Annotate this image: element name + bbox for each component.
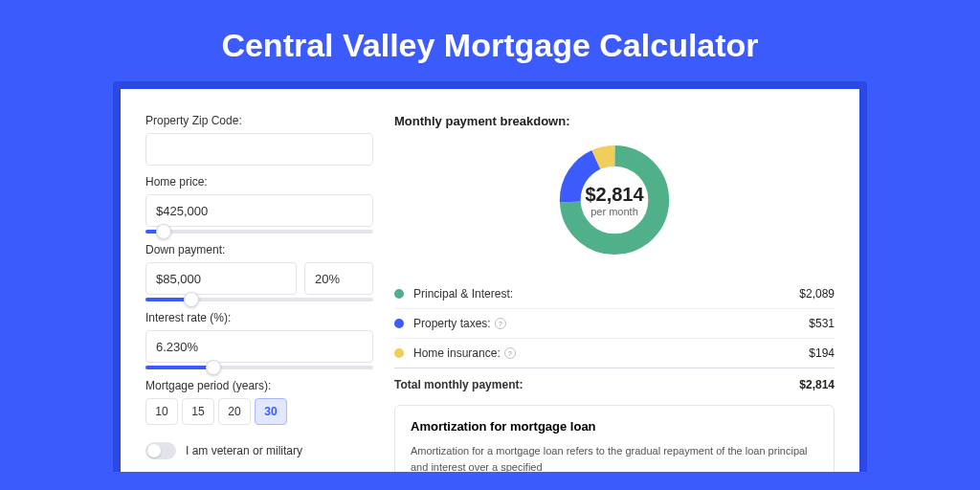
down-payment-amount-input[interactable] [145, 262, 297, 295]
help-icon[interactable]: ? [495, 318, 506, 329]
home-price-label: Home price: [145, 175, 373, 189]
legend-label: Home insurance: ? [413, 346, 809, 360]
calculator-card: Property Zip Code: Home price: Down paym… [121, 89, 859, 472]
slider-thumb[interactable] [206, 360, 221, 375]
donut-subtitle: per month [590, 206, 638, 217]
interest-label: Interest rate (%): [145, 311, 373, 324]
interest-slider[interactable] [145, 366, 373, 369]
page-title: Central Valley Mortgage Calculator [221, 27, 758, 64]
veteran-toggle[interactable] [145, 442, 176, 459]
form-column: Property Zip Code: Home price: Down paym… [145, 114, 373, 472]
legend-row: Property taxes: ?$531 [394, 309, 835, 339]
legend-row: Principal & Interest:$2,089 [394, 279, 835, 309]
legend-dot [394, 319, 404, 328]
veteran-label: I am veteran or military [186, 444, 302, 457]
period-button-20[interactable]: 20 [218, 398, 251, 425]
home-price-slider[interactable] [145, 230, 373, 234]
zip-input[interactable] [145, 133, 373, 166]
period-button-30[interactable]: 30 [255, 398, 287, 425]
amortization-text: Amortization for a mortgage loan refers … [411, 443, 818, 472]
breakdown-column: Monthly payment breakdown: $2,814 per mo… [394, 114, 835, 472]
period-button-10[interactable]: 10 [145, 398, 178, 425]
legend-value: $531 [809, 317, 835, 330]
interest-input[interactable] [145, 330, 373, 363]
total-value: $2,814 [799, 378, 835, 391]
legend-value: $2,089 [799, 287, 835, 301]
total-label: Total monthly payment: [394, 378, 799, 391]
help-icon[interactable]: ? [504, 347, 516, 359]
legend-label: Principal & Interest: [413, 287, 799, 301]
zip-label: Property Zip Code: [145, 114, 373, 127]
amortization-title: Amortization for mortgage loan [411, 419, 818, 434]
legend-label: Property taxes: ? [413, 317, 809, 330]
legend-row: Home insurance: ?$194 [394, 339, 835, 368]
payment-donut-chart: $2,814 per month [556, 142, 673, 258]
slider-thumb[interactable] [184, 292, 199, 307]
legend-value: $194 [809, 346, 835, 360]
down-payment-percent-input[interactable] [304, 262, 373, 295]
toggle-knob [147, 444, 161, 457]
amortization-card: Amortization for mortgage loan Amortizat… [394, 405, 835, 472]
slider-thumb[interactable] [156, 224, 171, 239]
breakdown-title: Monthly payment breakdown: [394, 114, 835, 128]
calculator-card-outer: Property Zip Code: Home price: Down paym… [113, 81, 867, 472]
down-payment-label: Down payment: [145, 243, 373, 256]
home-price-input[interactable] [145, 194, 373, 227]
down-payment-slider[interactable] [145, 298, 373, 301]
legend-dot [394, 348, 404, 358]
period-label: Mortgage period (years): [145, 379, 373, 392]
period-button-15[interactable]: 15 [182, 398, 214, 425]
legend-dot [394, 289, 404, 299]
donut-amount: $2,814 [585, 184, 643, 206]
